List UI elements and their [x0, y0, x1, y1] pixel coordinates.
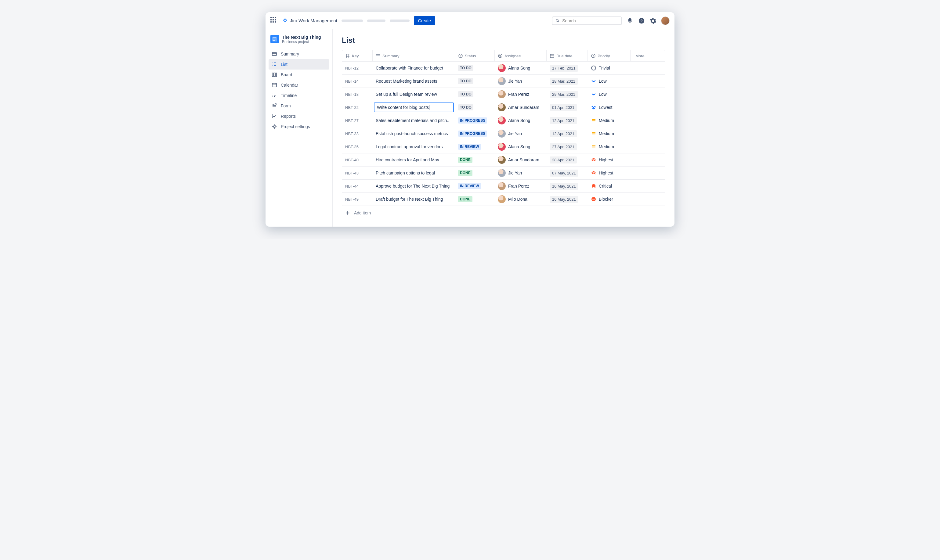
- sidebar-item-timeline[interactable]: Timeline: [268, 90, 329, 101]
- sidebar-item-form[interactable]: Form: [268, 101, 329, 111]
- key-cell[interactable]: NBT-14: [342, 77, 373, 86]
- status-cell[interactable]: DONE: [455, 154, 495, 165]
- table-row[interactable]: NBT-49Draft budget for The Next Big Thin…: [342, 193, 665, 206]
- status-cell[interactable]: TO DO: [455, 102, 495, 113]
- user-avatar[interactable]: [661, 17, 670, 25]
- product-logo[interactable]: Jira Work Management: [282, 18, 337, 24]
- assignee-cell[interactable]: Jie Yan: [495, 127, 547, 140]
- status-cell[interactable]: IN PROGRESS: [455, 128, 495, 139]
- column-status[interactable]: Status: [455, 50, 495, 61]
- column-due-date[interactable]: Due date: [547, 50, 588, 61]
- table-row[interactable]: NBT-35Legal contract approval for vendor…: [342, 140, 665, 154]
- due-date-cell[interactable]: 07 May, 2021: [547, 167, 588, 179]
- table-row[interactable]: NBT-18Set up a full Design team reviewTO…: [342, 88, 665, 101]
- priority-cell[interactable]: Medium: [588, 142, 630, 152]
- summary-input[interactable]: Write content for blog posts: [374, 103, 454, 112]
- status-cell[interactable]: TO DO: [455, 75, 495, 87]
- due-date-cell[interactable]: 16 May, 2021: [547, 180, 588, 192]
- status-cell[interactable]: DONE: [455, 194, 495, 205]
- assignee-cell[interactable]: Fran Perez: [495, 88, 547, 101]
- summary-cell[interactable]: Request Marketing brand assets: [373, 76, 455, 86]
- key-cell[interactable]: NBT-18: [342, 90, 373, 99]
- priority-cell[interactable]: Blocker: [588, 194, 630, 205]
- sidebar-item-list[interactable]: List: [268, 59, 329, 69]
- summary-cell[interactable]: Hire contractors for April and May: [373, 155, 455, 165]
- priority-cell[interactable]: Highest: [588, 168, 630, 178]
- sidebar-item-project-settings[interactable]: Project settings: [268, 122, 329, 132]
- search-box[interactable]: [552, 17, 622, 25]
- key-cell[interactable]: NBT-40: [342, 155, 373, 165]
- help-icon[interactable]: ?: [638, 17, 645, 25]
- assignee-cell[interactable]: Alana Song: [495, 114, 547, 127]
- key-cell[interactable]: NBT-44: [342, 182, 373, 191]
- sidebar-item-summary[interactable]: Summary: [268, 49, 329, 59]
- project-header[interactable]: The Next Big Thing Business project: [268, 35, 329, 49]
- search-input[interactable]: [562, 18, 618, 23]
- status-cell[interactable]: IN REVIEW: [455, 181, 495, 192]
- key-cell[interactable]: NBT-22: [342, 103, 373, 112]
- assignee-cell[interactable]: Amar Sundaram: [495, 101, 547, 114]
- status-cell[interactable]: IN REVIEW: [455, 141, 495, 152]
- summary-cell[interactable]: Set up a full Design team review: [373, 89, 455, 99]
- priority-cell[interactable]: Medium: [588, 128, 630, 139]
- sidebar-item-calendar[interactable]: Calendar: [268, 80, 329, 90]
- add-item-button[interactable]: Add item: [342, 206, 665, 220]
- create-button[interactable]: Create: [414, 16, 435, 25]
- priority-cell[interactable]: Low: [588, 89, 630, 99]
- status-cell[interactable]: TO DO: [455, 89, 495, 100]
- key-cell[interactable]: NBT-49: [342, 195, 373, 204]
- table-row[interactable]: NBT-27Sales enablement materials and pit…: [342, 114, 665, 127]
- summary-cell[interactable]: Legal contract approval for vendors: [373, 142, 455, 152]
- assignee-cell[interactable]: Jie Yan: [495, 166, 547, 179]
- table-row[interactable]: NBT-33Establish post-launch success metr…: [342, 127, 665, 140]
- due-date-cell[interactable]: 29 Mar, 2021: [547, 88, 588, 100]
- key-cell[interactable]: NBT-27: [342, 116, 373, 125]
- column-priority[interactable]: Priority: [588, 50, 630, 61]
- due-date-cell[interactable]: 17 Feb, 2021: [547, 62, 588, 74]
- sidebar-item-reports[interactable]: Reports: [268, 111, 329, 122]
- summary-cell[interactable]: Pitch campaign options to legal: [373, 168, 455, 178]
- status-cell[interactable]: IN PROGRESS: [455, 115, 495, 126]
- key-cell[interactable]: NBT-43: [342, 168, 373, 178]
- table-row[interactable]: NBT-43Pitch campaign options to legalDON…: [342, 166, 665, 180]
- assignee-cell[interactable]: Amar Sundaram: [495, 154, 547, 166]
- priority-cell[interactable]: Low: [588, 76, 630, 86]
- column-key[interactable]: Key: [342, 50, 373, 61]
- assignee-cell[interactable]: Alana Song: [495, 140, 547, 153]
- priority-cell[interactable]: Trivial: [588, 63, 630, 73]
- column-more[interactable]: More: [630, 50, 647, 61]
- priority-cell[interactable]: Lowest: [588, 102, 630, 112]
- assignee-cell[interactable]: Fran Perez: [495, 180, 547, 192]
- priority-cell[interactable]: Critical: [588, 181, 630, 191]
- status-cell[interactable]: DONE: [455, 168, 495, 178]
- table-row[interactable]: NBT-40Hire contractors for April and May…: [342, 154, 665, 166]
- settings-icon[interactable]: [649, 17, 657, 25]
- summary-cell[interactable]: Collaborate with Finance for budget: [373, 63, 455, 73]
- table-row[interactable]: NBT-12Collaborate with Finance for budge…: [342, 62, 665, 75]
- key-cell[interactable]: NBT-33: [342, 129, 373, 138]
- column-summary[interactable]: Summary: [373, 50, 455, 61]
- assignee-cell[interactable]: Milo Dona: [495, 193, 547, 206]
- due-date-cell[interactable]: 12 Apr, 2021: [547, 115, 588, 126]
- due-date-cell[interactable]: 12 Apr, 2021: [547, 128, 588, 140]
- assignee-cell[interactable]: Jie Yan: [495, 75, 547, 88]
- due-date-cell[interactable]: 01 Apr, 2021: [547, 102, 588, 114]
- priority-cell[interactable]: Medium: [588, 115, 630, 126]
- due-date-cell[interactable]: 18 Mar, 2021: [547, 75, 588, 87]
- assignee-cell[interactable]: Alana Song: [495, 62, 547, 74]
- notifications-icon[interactable]: [626, 17, 633, 25]
- key-cell[interactable]: NBT-35: [342, 142, 373, 152]
- priority-cell[interactable]: Highest: [588, 155, 630, 165]
- key-cell[interactable]: NBT-12: [342, 63, 373, 73]
- summary-cell[interactable]: Draft budget for The Next Big Thing: [373, 194, 455, 204]
- table-row[interactable]: NBT-14Request Marketing brand assetsTO D…: [342, 75, 665, 88]
- column-assignee[interactable]: Assignee: [495, 50, 547, 61]
- due-date-cell[interactable]: 16 May, 2021: [547, 193, 588, 205]
- table-row[interactable]: NBT-44Approve budget for The Next Big Th…: [342, 180, 665, 193]
- summary-cell[interactable]: Establish post-launch success metrics: [373, 129, 455, 138]
- summary-cell[interactable]: Approve budget for The Next Big Thing: [373, 181, 455, 191]
- app-switcher-icon[interactable]: [270, 17, 278, 25]
- sidebar-item-board[interactable]: Board: [268, 69, 329, 80]
- status-cell[interactable]: TO DO: [455, 63, 495, 74]
- due-date-cell[interactable]: 28 Apr, 2021: [547, 154, 588, 166]
